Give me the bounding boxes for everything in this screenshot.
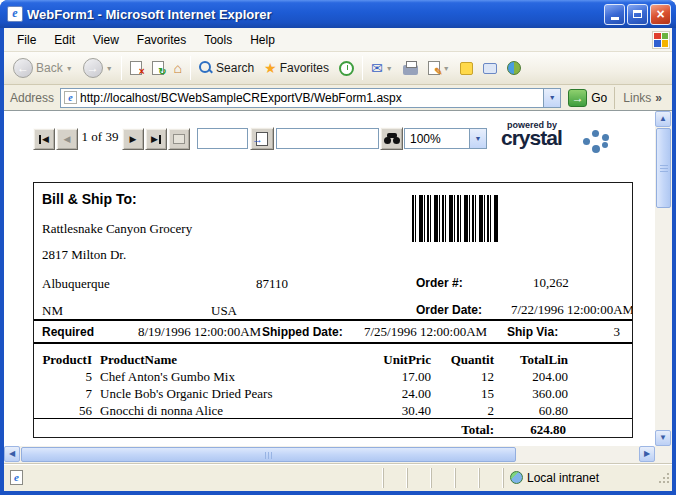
- order-number-value: 10,262: [533, 275, 569, 291]
- status-pane: [431, 468, 455, 488]
- scrollbar-corner: [655, 446, 672, 463]
- order-barcode: [412, 195, 499, 242]
- status-pane: [383, 468, 407, 488]
- back-button[interactable]: ← Back ▼: [8, 54, 78, 82]
- horizontal-scroll-thumb[interactable]: [21, 447, 516, 462]
- customer-region: NM: [42, 303, 63, 319]
- favorites-button[interactable]: ★ Favorites: [259, 54, 334, 82]
- table-header-row: ProductI ProductName UnitPric Quantit To…: [34, 352, 594, 369]
- page-favicon: e: [64, 91, 77, 104]
- browser-toolbar: ← Back ▼ → ▼ × ↻ ⌂ Search: [4, 52, 672, 85]
- total-label: Total:: [461, 422, 494, 438]
- minimize-button[interactable]: [604, 4, 625, 25]
- mail-button[interactable]: ✉ ▼: [366, 54, 398, 82]
- goto-page-input[interactable]: [197, 128, 248, 149]
- page-indicator: 1 of 39: [78, 129, 122, 145]
- forward-icon: →: [83, 58, 103, 78]
- scroll-down-icon[interactable]: ▼: [655, 430, 671, 446]
- edit-button[interactable]: ✎ ▼: [423, 54, 455, 82]
- binoculars-icon: [384, 133, 400, 144]
- first-page-button[interactable]: ◀: [33, 128, 55, 150]
- zoom-select[interactable]: 100% ▼: [404, 128, 487, 149]
- back-dropdown-icon[interactable]: ▼: [66, 65, 73, 72]
- links-chevron-icon[interactable]: »: [655, 91, 662, 105]
- toolbar-separator: [121, 56, 122, 80]
- goto-page-button[interactable]: →: [250, 127, 274, 150]
- mail-icon: ✉: [371, 60, 383, 76]
- maximize-button[interactable]: [627, 4, 648, 25]
- status-pane: [479, 468, 503, 488]
- status-pane: [407, 468, 431, 488]
- scroll-up-icon[interactable]: ▲: [655, 111, 671, 127]
- search-button[interactable]: Search: [194, 54, 259, 82]
- menu-favorites[interactable]: Favorites: [128, 30, 195, 50]
- discuss-icon: [483, 63, 497, 74]
- toolbar-separator: [190, 56, 191, 80]
- forward-dropdown-icon[interactable]: ▼: [106, 65, 113, 72]
- horizontal-scrollbar[interactable]: ◀ ▶: [4, 446, 655, 463]
- ship-via-label: Ship Via:: [507, 325, 558, 339]
- zoom-value: 100%: [405, 129, 469, 148]
- search-icon: [199, 61, 213, 75]
- favorites-star-icon: ★: [264, 60, 277, 76]
- messenger-button[interactable]: [502, 54, 526, 82]
- close-button[interactable]: ×: [650, 4, 671, 25]
- menu-file[interactable]: File: [8, 30, 45, 50]
- stop-button[interactable]: ×: [125, 54, 147, 82]
- history-button[interactable]: [334, 54, 359, 82]
- go-button[interactable]: → Go: [561, 89, 614, 107]
- ie-app-icon: e: [7, 6, 23, 22]
- menu-tools[interactable]: Tools: [195, 30, 241, 50]
- table-row: 7 Uncle Bob's Organic Dried Pears 24.00 …: [34, 386, 594, 403]
- shipped-date-value: 7/25/1996 12:00:00AM: [364, 324, 487, 340]
- zoom-dropdown-icon[interactable]: ▼: [469, 129, 486, 148]
- search-text-button[interactable]: [380, 127, 403, 150]
- menu-bar: File Edit View Favorites Tools Help: [4, 28, 672, 52]
- history-icon: [339, 61, 354, 76]
- previous-page-button[interactable]: ◀: [56, 128, 78, 150]
- refresh-icon: ↻: [152, 61, 164, 75]
- col-header-product-name: ProductName: [92, 352, 334, 369]
- order-number-label: Order #:: [416, 276, 463, 290]
- total-value: 624.80: [530, 422, 566, 438]
- shipping-info-row: Required 8/19/1996 12:00:00AM Shipped Da…: [34, 319, 632, 344]
- scroll-left-icon[interactable]: ◀: [4, 446, 20, 462]
- status-bar: e Local intranet: [4, 463, 672, 491]
- refresh-button[interactable]: ↻: [147, 54, 169, 82]
- edit-dropdown-icon[interactable]: ▼: [443, 65, 450, 72]
- line-items-table: ProductI ProductName UnitPric Quantit To…: [34, 352, 594, 420]
- col-header-quantity: Quantit: [431, 352, 494, 369]
- stop-icon: ×: [130, 61, 142, 75]
- scroll-right-icon[interactable]: ▶: [639, 446, 655, 462]
- print-button[interactable]: [398, 54, 423, 82]
- crystal-logo: powered by crystal: [491, 119, 621, 157]
- forward-button[interactable]: → ▼: [78, 54, 118, 82]
- next-page-button[interactable]: ▶: [122, 128, 144, 150]
- address-dropdown-icon[interactable]: ▼: [543, 89, 560, 107]
- vertical-scrollbar[interactable]: ▲ ▼: [655, 111, 672, 446]
- security-zone-label: Local intranet: [527, 471, 599, 485]
- title-bar[interactable]: e WebForm1 - Microsoft Internet Explorer…: [0, 0, 676, 28]
- research-button[interactable]: [478, 54, 502, 82]
- go-arrow-icon: →: [568, 89, 587, 107]
- discuss-note-button[interactable]: [455, 54, 478, 82]
- address-input-box[interactable]: e ▼: [60, 88, 561, 108]
- mail-dropdown-icon[interactable]: ▼: [386, 65, 393, 72]
- search-text-input[interactable]: [276, 128, 379, 149]
- report-page: Bill & Ship To: Rattlesnake Canyon Groce…: [33, 182, 633, 438]
- menu-view[interactable]: View: [84, 30, 128, 50]
- menu-help[interactable]: Help: [241, 30, 284, 50]
- order-date-label: Order Date:: [416, 303, 482, 317]
- vertical-scroll-thumb[interactable]: [656, 128, 671, 208]
- resize-grip[interactable]: [657, 471, 670, 484]
- menu-edit[interactable]: Edit: [45, 30, 84, 50]
- home-button[interactable]: ⌂: [169, 54, 187, 82]
- links-bar[interactable]: Links »: [614, 87, 668, 109]
- goto-page-icon: →: [256, 132, 268, 146]
- bill-ship-label: Bill & Ship To:: [42, 191, 137, 207]
- address-input[interactable]: [80, 91, 543, 105]
- required-label: Required: [42, 325, 94, 339]
- group-tree-button[interactable]: [168, 128, 190, 150]
- col-header-total-line: TotalLin: [494, 352, 568, 369]
- last-page-button[interactable]: ▶: [145, 128, 167, 150]
